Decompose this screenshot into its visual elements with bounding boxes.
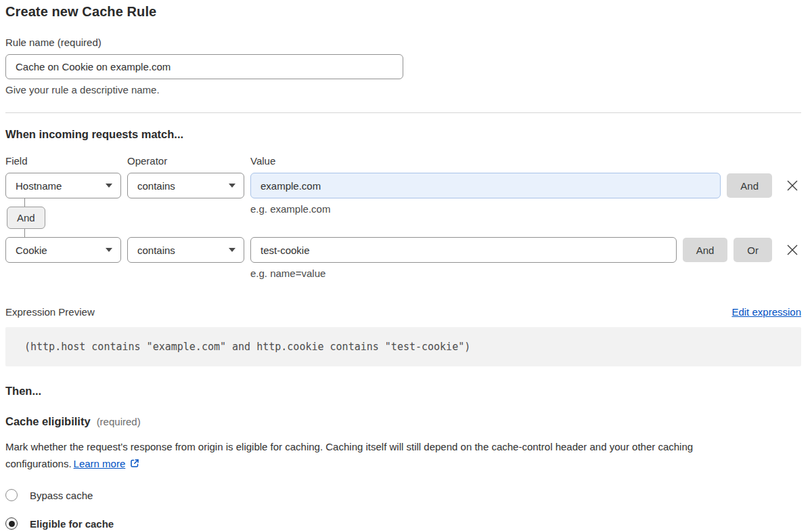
match-section-heading: When incoming requests match... <box>5 128 801 141</box>
chevron-down-icon <box>106 248 112 252</box>
connector-and-button[interactable]: And <box>7 207 45 229</box>
field-select-2[interactable]: Cookie <box>5 237 121 263</box>
radio-selected-icon[interactable] <box>5 517 18 530</box>
field-select-2-value: Cookie <box>16 245 47 256</box>
value-hint-1: e.g. example.com <box>250 203 330 215</box>
value-input-1[interactable] <box>250 173 721 198</box>
operator-select-2[interactable]: contains <box>127 237 244 263</box>
radio-label: Eligible for cache <box>30 518 114 530</box>
rule-name-help: Give your rule a descriptive name. <box>5 84 801 95</box>
chevron-down-icon <box>106 184 112 188</box>
condition-connector-zone: And e.g. example.com <box>5 198 801 237</box>
and-button-row-1[interactable]: And <box>727 173 772 198</box>
condition-column-labels: Field Operator Value <box>5 155 801 167</box>
create-cache-rule-form: Create new Cache Rule Rule name (require… <box>5 0 801 530</box>
rule-name-input[interactable] <box>5 54 403 79</box>
operator-select-1[interactable]: contains <box>127 173 244 198</box>
operator-column-label: Operator <box>127 155 250 167</box>
page-title: Create new Cache Rule <box>5 4 801 20</box>
remove-condition-button-2[interactable] <box>784 241 801 259</box>
external-link-icon <box>129 458 140 469</box>
remove-condition-button-1[interactable] <box>784 177 801 194</box>
and-button-row-2[interactable]: And <box>683 238 728 262</box>
cache-eligibility-description: Mark whether the request’s response from… <box>5 438 788 472</box>
cache-eligibility-heading: Cache eligibility <box>5 415 91 428</box>
edit-expression-link[interactable]: Edit expression <box>731 306 801 318</box>
close-icon <box>785 242 800 257</box>
value-column-label: Value <box>250 155 801 167</box>
radio-option-eligible-for-cache[interactable]: Eligible for cache <box>5 517 801 530</box>
chevron-down-icon <box>229 248 235 252</box>
cache-eligibility-heading-row: Cache eligibility (required) <box>5 415 801 428</box>
value-hint-2: e.g. name=value <box>250 268 801 279</box>
field-select-1-value: Hostname <box>16 180 62 192</box>
condition-row-2: Cookie contains And Or <box>5 237 801 263</box>
radio-option-bypass-cache[interactable]: Bypass cache <box>5 489 801 501</box>
chevron-down-icon <box>229 184 235 188</box>
section-divider <box>5 112 801 113</box>
field-select-1[interactable]: Hostname <box>5 173 121 198</box>
or-button-row-2[interactable]: Or <box>734 238 772 262</box>
expression-preview-label: Expression Preview <box>5 306 95 318</box>
expression-preview-header: Expression Preview Edit expression <box>5 306 801 318</box>
then-heading: Then... <box>5 385 801 398</box>
close-icon <box>785 178 800 193</box>
condition-row-1: Hostname contains And <box>5 173 801 198</box>
radio-unselected-icon[interactable] <box>5 489 18 501</box>
expression-preview-box: (http.host contains "example.com" and ht… <box>5 327 801 366</box>
value-input-2[interactable] <box>250 237 677 263</box>
operator-select-1-value: contains <box>137 180 175 192</box>
learn-more-link[interactable]: Learn more <box>74 458 126 469</box>
field-column-label: Field <box>5 155 127 167</box>
operator-select-2-value: contains <box>137 245 175 256</box>
expression-code: (http.host contains "example.com" and ht… <box>24 341 470 353</box>
required-note: (required) <box>97 416 141 427</box>
rule-name-label: Rule name (required) <box>5 37 801 48</box>
radio-label: Bypass cache <box>30 490 93 501</box>
